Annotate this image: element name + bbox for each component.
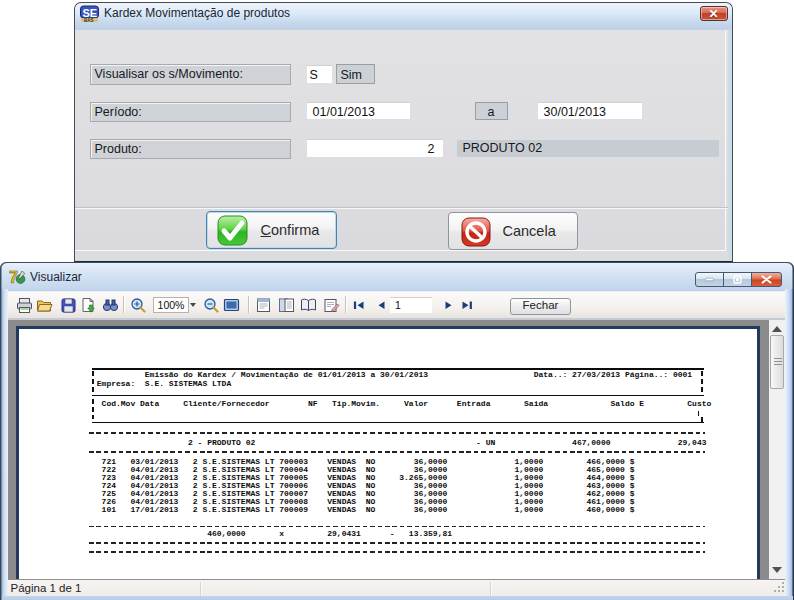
svg-text:SE: SE <box>82 6 97 18</box>
svg-text:BAS: BAS <box>84 17 94 22</box>
